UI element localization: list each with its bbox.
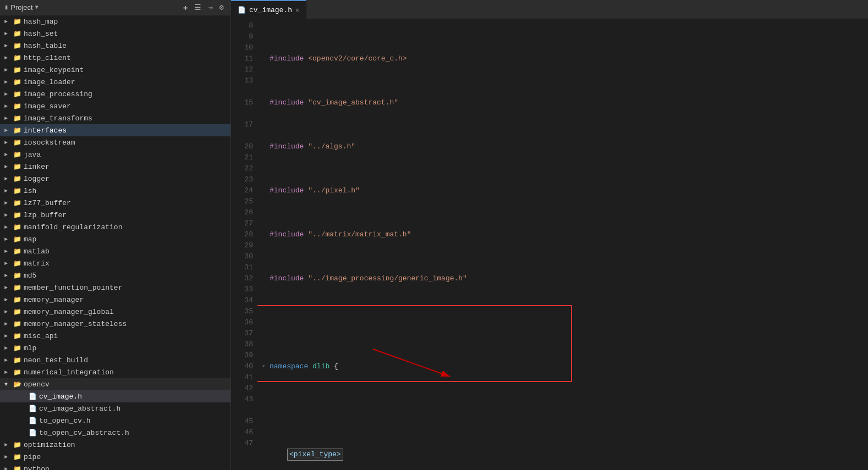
file-icon: 📄 xyxy=(29,429,37,437)
sidebar-item-matrix[interactable]: ► 📁 matrix xyxy=(0,257,230,269)
arrow-icon: ► xyxy=(4,248,13,255)
folder-icon: 📁 xyxy=(13,66,21,74)
item-label: memory_manager_stateless xyxy=(24,320,127,328)
arrow-icon: ► xyxy=(4,321,13,327)
sidebar-title: Project xyxy=(10,3,32,12)
sidebar-item-misc_api[interactable]: ► 📁 misc_api xyxy=(0,330,230,342)
file-icon: 📄 xyxy=(29,405,37,413)
sidebar-item-lz77_buffer[interactable]: ► 📁 lz77_buffer xyxy=(0,197,230,209)
item-label: lz77_buffer xyxy=(24,199,71,207)
sidebar-item-neon_test_build[interactable]: ► 📁 neon_test_build xyxy=(0,354,230,366)
code-text-15: namespace dlib { xyxy=(270,361,868,372)
item-label: hash_set xyxy=(24,30,58,38)
arrow-icon: ► xyxy=(4,55,13,61)
sidebar-item-cv_image_abstract_h[interactable]: 📄 cv_image_abstract.h xyxy=(0,402,230,414)
sidebar-item-opencv[interactable]: ▼ 📂 opencv xyxy=(0,378,230,390)
item-label: map xyxy=(24,235,36,244)
arrow-icon: ► xyxy=(4,333,13,339)
item-label: misc_api xyxy=(24,332,58,340)
arrow-icon: ► xyxy=(4,297,13,303)
sidebar-item-linker[interactable]: ► 📁 linker xyxy=(0,161,230,173)
sidebar-item-image_transforms[interactable]: ► 📁 image_transforms xyxy=(0,112,230,124)
sidebar-item-hash_set[interactable]: ► 📁 hash_set xyxy=(0,27,230,40)
folder-icon: 📁 xyxy=(13,259,21,268)
sidebar-item-image_loader[interactable]: ► 📁 image_loader xyxy=(0,76,230,88)
folder-icon: 📁 xyxy=(13,453,21,461)
code-content[interactable]: #include <opencv2/core/core_c.h> #includ… xyxy=(257,19,868,470)
sidebar-item-iosockstream[interactable]: ► 📁 iosockstream xyxy=(0,136,230,148)
folder-icon: 📁 xyxy=(13,90,21,98)
folder-icon: 📁 xyxy=(13,199,21,207)
sidebar-item-image_processing[interactable]: ► 📁 image_processing xyxy=(0,88,230,100)
sidebar-item-map[interactable]: ► 📁 map xyxy=(0,233,230,245)
arrow-icon: ► xyxy=(4,91,13,97)
code-container: 8 9 10 11 12 13 15 17 20 21 22 23 24 25 … xyxy=(231,19,868,470)
sidebar-item-interfaces[interactable]: ► 📁 interfaces xyxy=(0,124,230,136)
item-label: iosockstream xyxy=(24,139,75,147)
item-label: mlp xyxy=(24,344,36,352)
sidebar-item-hash_map[interactable]: ► 📁 hash_map xyxy=(0,15,230,27)
sidebar-item-mlp[interactable]: ► 📁 mlp xyxy=(0,342,230,354)
sidebar-item-matlab[interactable]: ► 📁 matlab xyxy=(0,245,230,257)
item-label: logger xyxy=(24,175,50,183)
sidebar-item-hash_table[interactable]: ► 📁 hash_table xyxy=(0,40,230,52)
sidebar-item-memory_manager_stateless[interactable]: ► 📁 memory_manager_stateless xyxy=(0,318,230,330)
sidebar-item-logger[interactable]: ► 📁 logger xyxy=(0,173,230,185)
sidebar-item-pipe[interactable]: ► 📁 pipe xyxy=(0,451,230,463)
sidebar-item-optimization[interactable]: ► 📁 optimization xyxy=(0,439,230,451)
tab-file-icon: 📄 xyxy=(238,6,246,14)
arrow-icon: ► xyxy=(4,369,13,375)
tab-cv_image_h[interactable]: 📄 cv_image.h ✕ xyxy=(231,0,306,19)
sidebar-item-lsh[interactable]: ► 📁 lsh xyxy=(0,185,230,197)
sidebar-item-lzp_buffer[interactable]: ► 📁 lzp_buffer xyxy=(0,209,230,221)
sidebar-item-member_function_pointer[interactable]: ► 📁 member_function_pointer xyxy=(0,281,230,294)
sidebar-item-cv_image_h[interactable]: 📄 cv_image.h xyxy=(0,390,230,402)
item-label: manifold_regularization xyxy=(24,223,122,231)
item-label: opencv xyxy=(24,380,50,389)
sidebar-item-manifold_regularization[interactable]: ► 📁 manifold_regularization xyxy=(0,221,230,233)
arrow-icon: ► xyxy=(4,164,13,170)
arrow-icon: ► xyxy=(4,128,13,134)
code-text-14 xyxy=(270,317,868,328)
sidebar-item-image_saver[interactable]: ► 📁 image_saver xyxy=(0,100,230,112)
item-label: interfaces xyxy=(24,126,67,135)
sidebar-item-java[interactable]: ► 📁 java xyxy=(0,148,230,161)
sidebar-item-to_open_cv_abstract_h[interactable]: 📄 to_open_cv_abstract.h xyxy=(0,427,230,439)
arrow-icon: ► xyxy=(4,224,13,230)
file-icon: 📄 xyxy=(29,392,37,401)
sidebar-item-memory_manager_global[interactable]: ► 📁 memory_manager_global xyxy=(0,306,230,318)
arrow-icon: ► xyxy=(4,31,13,37)
folder-icon: 📁 xyxy=(13,187,21,195)
arrow-icon: ► xyxy=(4,212,13,218)
item-label: lzp_buffer xyxy=(24,211,67,219)
arrow-icon: ► xyxy=(4,140,13,146)
code-text-11: #include "../pixel.h" xyxy=(270,185,868,196)
folder-icon: 📁 xyxy=(13,211,21,219)
sidebar-item-to_open_cv_h[interactable]: 📄 to_open_cv.h xyxy=(0,414,230,427)
sidebar-item-numerical_integration[interactable]: ► 📁 numerical_integration xyxy=(0,366,230,378)
sidebar-item-md5[interactable]: ► 📁 md5 xyxy=(0,269,230,281)
arrow-icon: ▼ xyxy=(4,381,13,388)
arrow-icon: ► xyxy=(4,345,13,351)
sidebar-item-image_keypoint[interactable]: ► 📁 image_keypoint xyxy=(0,64,230,76)
code-text-13: #include "../image_processing/generic_im… xyxy=(270,273,868,284)
sidebar-icon-collapse[interactable]: ⇥ xyxy=(206,2,215,13)
dropdown-arrow-icon[interactable]: ▼ xyxy=(35,4,39,10)
sidebar-icon-list[interactable]: ☰ xyxy=(192,2,204,13)
folder-icon: 📁 xyxy=(13,296,21,304)
arrow-icon: ► xyxy=(4,43,13,49)
sidebar-icon-settings[interactable]: ⚙ xyxy=(217,2,226,13)
item-label: to_open_cv_abstract.h xyxy=(39,429,129,437)
sidebar-item-memory_manager[interactable]: ► 📁 memory_manager xyxy=(0,294,230,306)
item-label: memory_manager_global xyxy=(24,308,114,316)
tab-close-icon[interactable]: ✕ xyxy=(295,6,299,14)
sidebar-icon-add[interactable]: ✚ xyxy=(181,2,190,13)
editor-area: 📄 cv_image.h ✕ 8 9 10 11 12 13 15 17 20 … xyxy=(231,0,868,470)
code-line-11: #include "../pixel.h" xyxy=(262,185,868,196)
folder-icon: 📁 xyxy=(13,126,21,135)
sidebar-item-http_client[interactable]: ► 📁 http_client xyxy=(0,52,230,64)
item-label: numerical_integration xyxy=(24,368,114,377)
sidebar-item-python[interactable]: ► 📁 python xyxy=(0,463,230,470)
arrow-icon: ► xyxy=(4,454,13,460)
folder-icon: 📂 xyxy=(13,380,21,389)
